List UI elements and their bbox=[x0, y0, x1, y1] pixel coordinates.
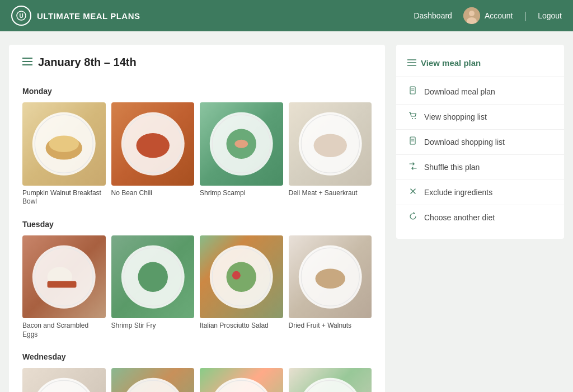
sidebar-item-label: Download meal plan bbox=[424, 87, 495, 96]
svg-point-28 bbox=[138, 262, 167, 291]
meal-item[interactable]: AIP "Grits" bbox=[22, 368, 106, 392]
sidebar-items: Download meal planView shopping listDown… bbox=[396, 79, 564, 230]
svg-point-32 bbox=[232, 271, 241, 280]
meal-item[interactable]: Deli Meat + Sauerkraut bbox=[289, 102, 372, 206]
meal-name: Shrimp Stir Fry bbox=[111, 322, 195, 330]
svg-point-31 bbox=[227, 262, 256, 291]
meal-name: Italian Prosciutto Salad bbox=[200, 322, 283, 330]
svg-rect-25 bbox=[48, 281, 77, 287]
sidebar-icon-4 bbox=[407, 187, 419, 198]
meal-name: Pumpkin Walnut Breakfast Bowl bbox=[22, 189, 106, 206]
app-title: ULTIMATE MEAL PLANS bbox=[37, 11, 140, 21]
meal-item[interactable]: No Bean Chili bbox=[111, 102, 195, 206]
meal-name: Dried Fruit + Walnuts bbox=[289, 322, 372, 330]
day-section-tuesday: TuesdayBacon and Scrambled EggsShrimp St… bbox=[22, 220, 372, 339]
sidebar-item-5[interactable]: Choose another diet bbox=[396, 205, 564, 230]
nav-divider: | bbox=[524, 10, 527, 22]
meals-grid: Bacon and Scrambled EggsShrimp Stir FryI… bbox=[22, 235, 372, 339]
sidebar-title: View meal plan bbox=[421, 58, 481, 68]
meal-image bbox=[22, 235, 106, 319]
meal-image bbox=[289, 368, 372, 392]
svg-point-35 bbox=[315, 268, 345, 289]
meal-panel: January 8th – 14th MondayPumpkin Walnut … bbox=[9, 45, 385, 392]
dashboard-link[interactable]: Dashboard bbox=[414, 11, 452, 20]
meal-name: Deli Meat + Sauerkraut bbox=[289, 189, 372, 198]
account-area[interactable]: Account bbox=[463, 7, 513, 24]
svg-point-3 bbox=[469, 11, 475, 16]
meals-grid: AIP "Grits"Steak SaladSalmon Salad with … bbox=[22, 368, 372, 392]
svg-point-18 bbox=[234, 140, 248, 148]
meal-item[interactable]: Pumpkin Walnut Breakfast Bowl bbox=[22, 102, 106, 206]
svg-text:U: U bbox=[19, 13, 23, 19]
meal-image bbox=[22, 102, 106, 186]
sidebar-icon-2 bbox=[407, 136, 419, 148]
logo-area: U ULTIMATE MEAL PLANS bbox=[11, 6, 140, 26]
sidebar-item-0[interactable]: Download meal plan bbox=[396, 79, 564, 105]
menu-icon bbox=[22, 58, 32, 68]
day-section-monday: MondayPumpkin Walnut Breakfast BowlNo Be… bbox=[22, 87, 372, 206]
sidebar-item-label: Choose another diet bbox=[424, 213, 495, 222]
sidebar-item-2[interactable]: Download shopping list bbox=[396, 130, 564, 155]
sidebar-menu-icon bbox=[407, 58, 416, 68]
day-label: Wednesday bbox=[22, 352, 372, 361]
days-container: MondayPumpkin Walnut Breakfast BowlNo Be… bbox=[22, 87, 372, 392]
meal-item[interactable]: Bacon and Scrambled Eggs bbox=[22, 235, 106, 339]
sidebar-icon-1 bbox=[407, 111, 419, 122]
sidebar: View meal plan Download meal planView sh… bbox=[396, 45, 564, 239]
week-header: January 8th – 14th bbox=[22, 56, 372, 75]
account-avatar bbox=[463, 7, 480, 24]
meal-name: Bacon and Scrambled Eggs bbox=[22, 322, 106, 339]
week-range: January 8th – 14th bbox=[38, 56, 137, 69]
svg-point-21 bbox=[313, 134, 346, 157]
sidebar-item-4[interactable]: Exclude ingredients bbox=[396, 180, 564, 205]
meal-image bbox=[111, 102, 195, 186]
svg-point-56 bbox=[412, 118, 413, 119]
sidebar-icon-5 bbox=[407, 212, 419, 223]
meal-image bbox=[289, 235, 372, 319]
sidebar-icon-3 bbox=[407, 162, 419, 173]
header: U ULTIMATE MEAL PLANS Dashboard Account … bbox=[0, 0, 573, 31]
sidebar-item-label: View shopping list bbox=[424, 112, 487, 121]
meal-image bbox=[111, 368, 195, 392]
meal-item[interactable]: Steak Salad bbox=[111, 368, 195, 392]
meal-item[interactable]: Canned Salmon + Avocado bbox=[289, 368, 372, 392]
svg-point-14 bbox=[136, 133, 169, 158]
sidebar-item-1[interactable]: View shopping list bbox=[396, 105, 564, 130]
meal-item[interactable]: Dried Fruit + Walnuts bbox=[289, 235, 372, 339]
meal-item[interactable]: Salmon Salad with Winter Fruit bbox=[200, 368, 283, 392]
meal-image bbox=[22, 368, 106, 392]
day-section-wednesday: WednesdayAIP "Grits"Steak SaladSalmon Sa… bbox=[22, 352, 372, 392]
svg-point-11 bbox=[49, 135, 79, 152]
meal-name: No Bean Chili bbox=[111, 189, 195, 198]
day-label: Monday bbox=[22, 87, 372, 96]
sidebar-item-3[interactable]: Shuffle this plan bbox=[396, 155, 564, 180]
meal-image bbox=[289, 102, 372, 186]
meal-item[interactable]: Shrimp Scampi bbox=[200, 102, 283, 206]
logo-icon: U bbox=[11, 6, 31, 26]
sidebar-item-label: Shuffle this plan bbox=[424, 163, 480, 172]
sidebar-header: View meal plan bbox=[396, 54, 564, 77]
logout-link[interactable]: Logout bbox=[538, 11, 562, 20]
meal-image bbox=[200, 235, 283, 319]
main-content: January 8th – 14th MondayPumpkin Walnut … bbox=[0, 31, 573, 392]
meal-item[interactable]: Italian Prosciutto Salad bbox=[200, 235, 283, 339]
meal-image bbox=[200, 102, 283, 186]
day-label: Tuesday bbox=[22, 220, 372, 229]
meal-item[interactable]: Shrimp Stir Fry bbox=[111, 235, 195, 339]
sidebar-item-label: Download shopping list bbox=[424, 138, 505, 147]
meal-name: Shrimp Scampi bbox=[200, 189, 283, 198]
meal-image bbox=[111, 235, 195, 319]
sidebar-item-label: Exclude ingredients bbox=[424, 188, 492, 197]
header-nav: Dashboard Account | Logout bbox=[414, 7, 562, 24]
svg-point-57 bbox=[415, 118, 416, 119]
meal-image bbox=[200, 368, 283, 392]
meals-grid: Pumpkin Walnut Breakfast BowlNo Bean Chi… bbox=[22, 102, 372, 206]
sidebar-icon-0 bbox=[407, 86, 419, 97]
account-label: Account bbox=[485, 11, 513, 20]
